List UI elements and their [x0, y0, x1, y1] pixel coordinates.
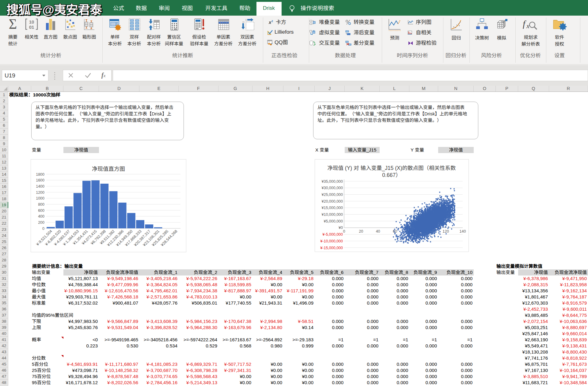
svg-text:1800: 1800 [36, 172, 44, 177]
svg-text:600: 600 [38, 208, 44, 213]
svg-text:800: 800 [38, 202, 44, 207]
svg-text:0: 0 [42, 227, 44, 231]
svg-text:1600: 1600 [36, 178, 44, 182]
svg-text:400: 400 [38, 214, 44, 219]
svg-text:f: f [523, 19, 526, 29]
svg-text:01: 01 [29, 24, 34, 30]
svg-text:x: x [526, 22, 529, 30]
svg-text:净现值直方图: 净现值直方图 [92, 166, 125, 172]
svg-text:1400: 1400 [36, 184, 44, 189]
svg-text:200: 200 [38, 220, 44, 225]
svg-text:1000: 1000 [36, 196, 44, 200]
svg-text:x: x [268, 20, 271, 25]
svg-text:1200: 1200 [36, 190, 44, 195]
svg-text:搜狐号@夷安君泰: 搜狐号@夷安君泰 [6, 0, 102, 18]
svg-text:2: 2 [271, 20, 273, 23]
